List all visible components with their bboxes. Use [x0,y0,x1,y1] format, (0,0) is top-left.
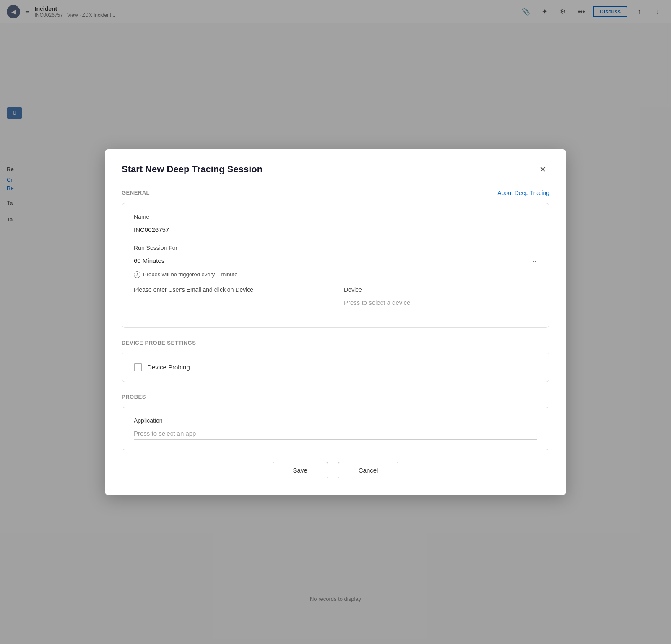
name-field-group: Name [134,213,537,236]
device-probing-row: Device Probing [134,363,537,371]
run-session-field-group: Run Session For 60 Minutes ⌄ i Probes wi… [134,244,537,278]
email-input[interactable] [134,296,327,309]
run-session-label: Run Session For [134,244,537,251]
device-placeholder: Press to select a device [344,299,410,306]
device-probing-label: Device Probing [147,364,190,371]
name-label: Name [134,213,537,220]
device-label: Device [344,286,537,293]
email-label: Please enter User's Email and click on D… [134,286,327,293]
application-label: Application [134,417,537,424]
device-probe-label: DEVICE PROBE SETTINGS [122,340,196,346]
general-label: GENERAL [122,190,150,196]
probes-card: Application Press to select an app [122,407,549,450]
email-device-row: Please enter User's Email and click on D… [134,286,537,317]
run-session-dropdown[interactable]: 60 Minutes ⌄ [134,254,537,267]
run-session-value: 60 Minutes [134,257,164,264]
probe-hint: i Probes will be triggered every 1-minut… [134,271,537,278]
general-section-header: GENERAL About Deep Tracing [122,190,549,196]
application-selector[interactable]: Press to select an app [134,427,537,440]
probes-label: PROBES [122,394,146,400]
about-deep-tracing-link[interactable]: About Deep Tracing [497,190,549,196]
modal-dialog: Start New Deep Tracing Session ✕ GENERAL… [105,149,566,495]
modal-footer: Save Cancel [122,462,549,478]
modal-overlay: Start New Deep Tracing Session ✕ GENERAL… [0,0,671,644]
name-input[interactable] [134,223,537,236]
close-button[interactable]: ✕ [536,163,549,176]
chevron-down-icon: ⌄ [532,257,537,264]
email-field-group: Please enter User's Email and click on D… [134,286,327,309]
modal-title: Start New Deep Tracing Session [122,164,263,175]
general-card: Name Run Session For 60 Minutes ⌄ i Prob… [122,203,549,328]
cancel-button[interactable]: Cancel [338,462,399,478]
device-probing-checkbox[interactable] [134,363,142,371]
save-button[interactable]: Save [273,462,328,478]
application-field-group: Application Press to select an app [134,417,537,440]
info-icon: i [134,271,140,278]
device-selector[interactable]: Press to select a device [344,296,537,309]
device-field-group: Device Press to select a device [344,286,537,317]
probe-hint-text: Probes will be triggered every 1-minute [143,271,237,278]
probes-section-header: PROBES [122,394,549,400]
modal-header: Start New Deep Tracing Session ✕ [122,163,549,176]
application-placeholder: Press to select an app [134,430,196,437]
device-probe-card: Device Probing [122,353,549,382]
device-probe-section-header: DEVICE PROBE SETTINGS [122,340,549,346]
